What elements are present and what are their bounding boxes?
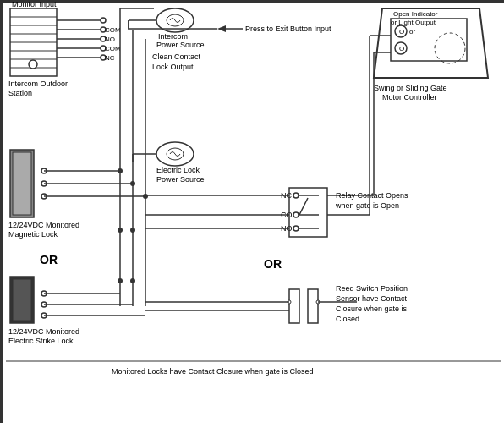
svg-point-12 bbox=[101, 18, 106, 23]
wiring-diagram: Monitor Input COM NO COM NC Inter bbox=[0, 0, 504, 423]
svg-rect-97 bbox=[308, 289, 318, 323]
svg-text:COM: COM bbox=[105, 26, 121, 34]
svg-rect-96 bbox=[289, 289, 299, 323]
svg-point-44 bbox=[130, 278, 135, 283]
svg-text:Electric Strike Lock: Electric Strike Lock bbox=[8, 337, 74, 345]
svg-text:12/24VDC Monitored: 12/24VDC Monitored bbox=[8, 221, 79, 229]
svg-rect-48 bbox=[13, 152, 31, 215]
svg-point-86 bbox=[293, 226, 299, 231]
svg-text:Clean Contact: Clean Contact bbox=[152, 52, 201, 61]
svg-text:Monitor Input: Monitor Input bbox=[12, 2, 57, 8]
svg-text:Closed: Closed bbox=[336, 315, 359, 323]
svg-point-56 bbox=[130, 181, 135, 186]
svg-text:Press to Exit Button Input: Press to Exit Button Input bbox=[245, 25, 331, 33]
svg-point-41 bbox=[118, 228, 123, 233]
svg-text:OR: OR bbox=[40, 253, 58, 266]
svg-text:Intercom: Intercom bbox=[158, 32, 188, 41]
svg-text:COM: COM bbox=[105, 45, 121, 52]
svg-text:Sensor have Contact: Sensor have Contact bbox=[336, 294, 408, 303]
svg-point-43 bbox=[118, 278, 123, 283]
svg-text:12/24VDC Monitored: 12/24VDC Monitored bbox=[8, 327, 79, 336]
svg-point-55 bbox=[118, 168, 123, 173]
svg-text:Monitored Locks have Contact C: Monitored Locks have Contact Closure whe… bbox=[112, 367, 314, 376]
svg-point-83 bbox=[293, 212, 299, 217]
svg-text:when gate is Open: when gate is Open bbox=[335, 201, 399, 210]
svg-text:Station: Station bbox=[8, 89, 32, 97]
svg-text:Swing or Sliding Gate: Swing or Sliding Gate bbox=[374, 84, 447, 92]
svg-text:Electric Lock: Electric Lock bbox=[156, 166, 200, 174]
svg-point-42 bbox=[130, 228, 135, 233]
svg-point-9 bbox=[29, 60, 37, 69]
svg-point-57 bbox=[143, 194, 148, 199]
svg-text:OR: OR bbox=[264, 257, 282, 271]
svg-text:NC: NC bbox=[105, 54, 115, 62]
svg-text:Open Indicator: Open Indicator bbox=[393, 10, 438, 18]
svg-text:Power Source: Power Source bbox=[156, 175, 205, 184]
svg-text:Magnetic Lock: Magnetic Lock bbox=[8, 230, 58, 239]
svg-text:NO: NO bbox=[105, 36, 115, 43]
svg-text:O: O bbox=[399, 45, 404, 52]
svg-text:Motor Controller: Motor Controller bbox=[382, 93, 437, 102]
svg-text:or: or bbox=[409, 28, 415, 36]
svg-text:Reed Switch Position: Reed Switch Position bbox=[336, 284, 408, 293]
svg-text:Intercom Outdoor: Intercom Outdoor bbox=[8, 80, 68, 88]
svg-text:or Light Output: or Light Output bbox=[391, 19, 436, 26]
svg-text:O: O bbox=[399, 28, 404, 36]
svg-rect-62 bbox=[13, 279, 31, 321]
svg-point-81 bbox=[293, 193, 299, 198]
svg-text:Lock Output: Lock Output bbox=[152, 63, 194, 71]
svg-text:Closure when gate is: Closure when gate is bbox=[336, 305, 408, 313]
svg-text:Power Source: Power Source bbox=[156, 41, 205, 49]
